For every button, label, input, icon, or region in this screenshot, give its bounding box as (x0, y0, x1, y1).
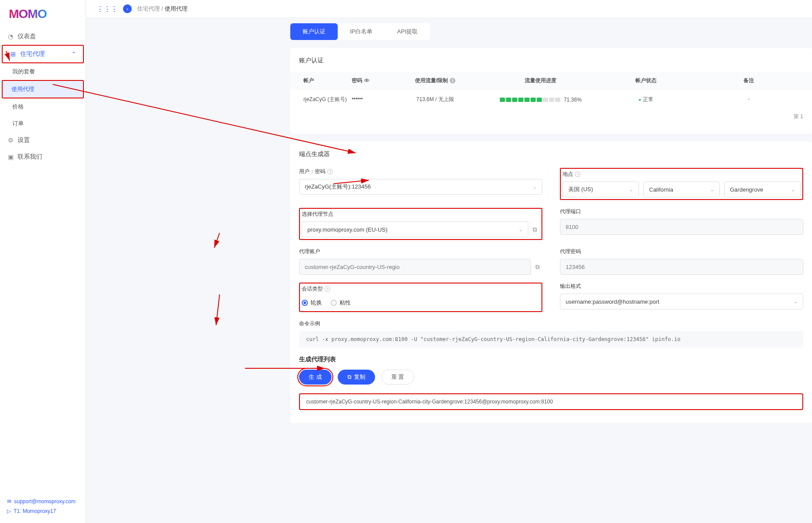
chevron-down-icon: ⌄ (629, 187, 633, 192)
copy-button[interactable]: ⧉复制 (338, 370, 375, 385)
copy-icon[interactable]: ⧉ (535, 263, 542, 270)
sidebar-item-contact[interactable]: ▣ 联系我们 (0, 149, 86, 165)
label-user-password: 用户：密码? (299, 168, 542, 175)
collapse-sidebar-button[interactable]: ‹ (123, 4, 132, 13)
mail-icon: ✉ (7, 498, 11, 505)
copy-icon[interactable]: ⧉ (533, 226, 540, 233)
sidebar-item-label: 设置 (18, 136, 30, 144)
tab-account-auth[interactable]: 账户认证 (290, 23, 338, 40)
field-proxy-password: 代理密码 123456 (560, 248, 803, 275)
copy-icon: ⧉ (347, 374, 351, 381)
contact-icon: ▣ (7, 153, 14, 160)
sidebar-item-my-plan[interactable]: 我的套餐 (0, 63, 86, 80)
chevron-down-icon: ⌄ (533, 184, 537, 190)
progress-bar (500, 98, 560, 102)
content: 账户认证 IP白名单 API提取 账户认证 帐户 密码👁 使用流量/限制i 流量… (86, 18, 812, 434)
select-city[interactable]: Gardengrove⌄ (724, 182, 801, 197)
label-proxy-password: 代理密码 (560, 248, 803, 255)
field-proxy-port: 代理端口 8100 (560, 208, 803, 240)
breadcrumb: 住宅代理 / 使用代理 (137, 5, 188, 13)
command-example-box: curl -x proxy.momoproxy.com:8100 -U "cus… (299, 331, 803, 348)
pagination-info: 第 1 (290, 109, 812, 120)
help-icon[interactable]: ? (325, 286, 330, 292)
generate-button[interactable]: 生 成 (299, 370, 332, 385)
th-remark: 备注 (686, 77, 812, 84)
topbar: ⋮⋮⋮ ‹ 住宅代理 / 使用代理 (86, 0, 812, 18)
reset-button[interactable]: 重 置 (381, 370, 415, 385)
sidebar-item-settings[interactable]: ⚙ 设置 (0, 132, 86, 149)
input-proxy-account: customer-rjeZaCyG-country-US-regio (299, 259, 531, 275)
label-location: 地点? (563, 171, 801, 178)
th-password: 密码👁 (352, 77, 396, 84)
generated-proxy-output[interactable]: customer-rjeZaCyG-country-US-region-Cali… (299, 393, 803, 410)
cell-progress: 71.36% (475, 96, 606, 103)
sidebar-item-residential-proxy[interactable]: ⊞ 住宅代理 ⌃ (2, 45, 84, 63)
field-location: 地点? 美国 (US)⌄ California⌄ Gardengrove⌄ (560, 168, 803, 200)
tab-ip-whitelist[interactable]: IP白名单 (338, 23, 385, 40)
sidebar-item-pricing[interactable]: 价格 (0, 98, 86, 115)
info-icon[interactable]: i (450, 78, 455, 84)
sidebar-item-label: 使用代理 (11, 85, 34, 93)
radio-icon (302, 300, 308, 306)
eye-slash-icon[interactable]: 👁 (364, 77, 370, 84)
sidebar-item-orders[interactable]: 订单 (0, 115, 86, 132)
cell-status: ●正常 (606, 96, 686, 103)
chevron-down-icon: ⌄ (794, 299, 798, 305)
label-proxy-node: 选择代理节点 (302, 211, 540, 218)
field-session-type: 会话类型? 轮换 粘性 (299, 283, 542, 312)
cell-usage: 713.6M / 无上限 (396, 96, 475, 103)
field-proxy-account: 代理账户 customer-rjeZaCyG-country-US-regio … (299, 248, 542, 275)
chevron-down-icon: ⌄ (791, 187, 795, 192)
input-proxy-port: 8100 (560, 219, 803, 235)
sidebar-item-label: 联系我们 (18, 153, 42, 161)
select-proxy-node[interactable]: proxy.momoproxy.com (EU-US)⌄ (302, 222, 528, 237)
select-state[interactable]: California⌄ (643, 182, 720, 197)
table-row: rjeZaCyG (主账号) •••••• 713.6M / 无上限 71.36… (290, 90, 812, 109)
th-progress: 流量使用进度 (475, 77, 606, 84)
sidebar-item-use-proxy[interactable]: 使用代理 (2, 80, 84, 98)
support-email-text: support@momoproxy.com (14, 498, 76, 505)
sidebar-item-label: 仪表盘 (18, 33, 36, 40)
select-country[interactable]: 美国 (US)⌄ (563, 182, 639, 197)
generator-title: 端点生成器 (299, 150, 803, 158)
field-output-format: 输出格式 username:password@hostname:port⌄ (560, 283, 803, 312)
radio-sticky[interactable]: 粘性 (331, 299, 351, 307)
field-command-example: 命令示例 curl -x proxy.momoproxy.com:8100 -U… (299, 320, 803, 348)
radio-rotate[interactable]: 轮换 (302, 299, 322, 307)
radio-icon (331, 300, 337, 306)
account-table-header: 帐户 密码👁 使用流量/限制i 流量使用进度 帐户状态 备注 (290, 72, 812, 90)
section-generate-list: 生成代理列表 生 成 ⧉复制 重 置 customer-rjeZaCyG-cou… (299, 356, 803, 410)
support-email-link[interactable]: ✉support@momoproxy.com (4, 497, 82, 506)
sidebar-item-label: 订单 (12, 120, 24, 127)
main: ⋮⋮⋮ ‹ 住宅代理 / 使用代理 账户认证 IP白名单 API提取 账户认证 … (86, 0, 812, 523)
telegram-text: T1: Momoproxy17 (14, 508, 56, 514)
help-icon[interactable]: ? (575, 171, 581, 177)
sidebar-item-dashboard[interactable]: ◔ 仪表盘 (0, 28, 86, 45)
label-output-format: 输出格式 (560, 283, 803, 290)
logo-text: MOMO (9, 7, 47, 21)
status-dot-icon: ● (639, 97, 641, 102)
logo: MOMO (0, 0, 86, 25)
account-auth-panel: 账户认证 帐户 密码👁 使用流量/限制i 流量使用进度 帐户状态 备注 rjeZ… (290, 48, 812, 134)
sidebar-footer: ✉support@momoproxy.com ▷T1: Momoproxy17 (0, 491, 86, 523)
breadcrumb-current: 使用代理 (165, 5, 188, 12)
select-user-password[interactable]: rjeZaCyG(主账号):123456⌄ (299, 179, 542, 195)
tabs: 账户认证 IP白名单 API提取 (290, 23, 430, 40)
label-proxy-port: 代理端口 (560, 208, 803, 215)
breadcrumb-parent[interactable]: 住宅代理 (137, 5, 160, 12)
input-proxy-password: 123456 (560, 259, 803, 275)
cell-account: rjeZaCyG (主账号) (290, 96, 352, 103)
apps-icon[interactable]: ⋮⋮⋮ (97, 5, 118, 13)
cell-remark: - (686, 96, 812, 103)
telegram-link[interactable]: ▷T1: Momoproxy17 (4, 506, 82, 516)
select-output-format[interactable]: username:password@hostname:port⌄ (560, 294, 803, 309)
chevron-up-icon: ⌃ (72, 51, 76, 57)
gear-icon: ⚙ (7, 137, 14, 144)
sidebar: MOMO ◔ 仪表盘 ⊞ 住宅代理 ⌃ 我的套餐 使用代理 价格 订单 (0, 0, 86, 523)
tab-api-extract[interactable]: API提取 (385, 23, 430, 40)
label-generate-list: 生成代理列表 (299, 356, 803, 363)
help-icon[interactable]: ? (327, 169, 333, 174)
sidebar-item-label: 我的套餐 (12, 68, 35, 76)
telegram-icon: ▷ (7, 508, 11, 514)
label-session-type: 会话类型? (302, 285, 540, 293)
